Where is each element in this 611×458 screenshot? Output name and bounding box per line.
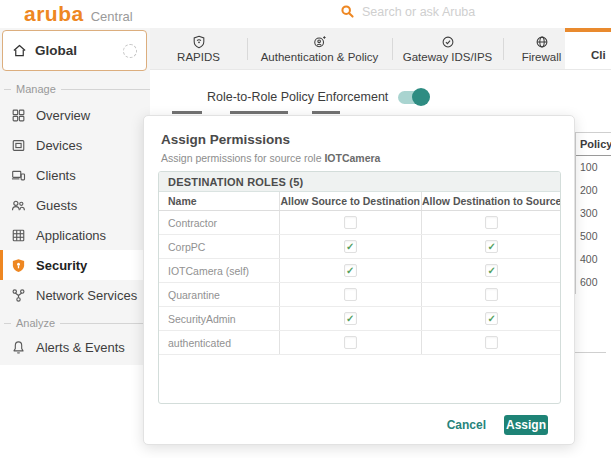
network-services-icon <box>10 287 26 303</box>
context-selector-global[interactable]: Global <box>2 30 147 71</box>
toggle-label: Role-to-Role Policy Enforcement <box>207 90 388 104</box>
security-tabbar: RAPIDS Authentication & Policy Gateway I… <box>150 28 611 70</box>
checkbox-src-to-dst[interactable]: ✓ <box>344 336 357 349</box>
sidebar-section-analyze: Analyze <box>0 316 150 330</box>
global-search[interactable]: Search or ask Aruba <box>340 4 475 19</box>
sidebar-item-label: Applications <box>36 228 106 243</box>
toggle-knob <box>412 88 430 106</box>
check-icon: ✓ <box>488 266 496 276</box>
sidebar-section-manage: Manage <box>0 82 150 96</box>
background-table-divider <box>575 352 606 353</box>
brand: aruba Central <box>24 2 133 26</box>
checkbox-dst-to-src[interactable]: ✓ <box>485 240 498 253</box>
column-header-src-to-dst: Allow Source to Destination <box>279 192 421 210</box>
role-policy-toggle-row: Role-to-Role Policy Enforcement <box>207 90 428 104</box>
sidebar-item-network-services[interactable]: Network Services <box>0 280 150 310</box>
table-row: SecurityAdmin ✓ ✓ <box>159 307 560 331</box>
clients-icon <box>10 167 26 183</box>
policy-value: 400 <box>576 248 611 271</box>
sidebar-item-label: Guests <box>36 198 77 213</box>
column-header-dst-to-src: Allow Destination to Source <box>421 192 562 210</box>
checkbox-src-to-dst[interactable]: ✓ <box>344 240 357 253</box>
destination-roles-table: DESTINATION ROLES (5) Name Allow Source … <box>158 171 561 404</box>
search-placeholder: Search or ask Aruba <box>362 5 475 19</box>
check-icon: ✓ <box>346 242 354 252</box>
checkbox-src-to-dst[interactable]: ✓ <box>344 288 357 301</box>
globe-icon <box>535 35 549 49</box>
modal-title: Assign Permissions <box>161 132 290 147</box>
overview-grid-icon <box>10 107 26 123</box>
tab-gateway-ids-ips[interactable]: Gateway IDS/IPS <box>392 28 503 69</box>
sidebar-item-applications[interactable]: Applications <box>0 220 150 250</box>
checkbox-src-to-dst[interactable]: ✓ <box>344 216 357 229</box>
applications-grid-icon <box>10 227 26 243</box>
sidebar-item-label: Network Services <box>36 288 137 303</box>
modal-footer: Cancel Assign <box>447 415 548 435</box>
assign-button[interactable]: Assign <box>504 415 548 435</box>
sidebar-item-devices[interactable]: Devices <box>0 130 150 160</box>
sidebar: Global Manage Overview Devices <box>0 28 150 365</box>
tab-label: Authentication & Policy <box>261 51 379 63</box>
table-row: CorpPC ✓ ✓ <box>159 235 560 259</box>
tab-client-active[interactable]: Cli <box>565 28 611 69</box>
check-circle-icon <box>441 35 455 49</box>
bell-icon <box>10 339 26 355</box>
sidebar-item-overview[interactable]: Overview <box>0 100 150 130</box>
guests-people-icon <box>10 197 26 213</box>
checkbox-src-to-dst[interactable]: ✓ <box>344 312 357 325</box>
sidebar-item-security[interactable]: Security <box>0 250 150 280</box>
checkbox-dst-to-src[interactable]: ✓ <box>485 312 498 325</box>
obscured-content-fragment <box>172 111 202 114</box>
tab-label: Gateway IDS/IPS <box>403 51 492 63</box>
checkbox-dst-to-src[interactable]: ✓ <box>485 336 498 349</box>
role-name: Quarantine <box>159 289 279 301</box>
policy-column-header: Policy <box>576 133 611 156</box>
checkbox-dst-to-src[interactable]: ✓ <box>485 216 498 229</box>
policy-value: 200 <box>576 179 611 202</box>
sidebar-nav: Overview Devices Clients Guests <box>0 100 150 310</box>
table-header-row: Name Allow Source to Destination Allow D… <box>159 192 560 211</box>
role-name: IOTCamera (self) <box>159 265 279 277</box>
table-row: Quarantine ✓ ✓ <box>159 283 560 307</box>
assign-permissions-modal: Assign Permissions Assign permissions fo… <box>143 115 575 445</box>
context-label: Global <box>35 43 77 58</box>
checkbox-dst-to-src[interactable]: ✓ <box>485 288 498 301</box>
obscured-content-fragment <box>312 111 340 114</box>
role-name: SecurityAdmin <box>159 313 279 325</box>
obscured-content-fragment <box>230 111 288 114</box>
cancel-button[interactable]: Cancel <box>447 418 486 432</box>
sidebar-item-guests[interactable]: Guests <box>0 190 150 220</box>
table-row: Contractor ✓ ✓ <box>159 211 560 235</box>
modal-subtitle: Assign permissions for source role IOTCa… <box>161 152 380 164</box>
policy-value: 500 <box>576 225 611 248</box>
home-icon <box>12 43 27 58</box>
loading-spinner-icon <box>123 44 137 58</box>
checkbox-dst-to-src[interactable]: ✓ <box>485 264 498 277</box>
source-role-name: IOTCamera <box>324 152 380 164</box>
sidebar-item-alerts-events[interactable]: Alerts & Events <box>0 332 150 362</box>
tab-label: Cli <box>565 49 606 69</box>
tab-authentication-policy[interactable]: Authentication & Policy <box>247 28 392 69</box>
checkbox-src-to-dst[interactable]: ✓ <box>344 264 357 277</box>
policy-enforcement-toggle[interactable] <box>398 91 428 104</box>
role-name: authenticated <box>159 337 279 349</box>
background-policy-column: Policy 100 200 300 500 400 600 <box>575 132 611 294</box>
column-header-name: Name <box>159 195 279 207</box>
tab-rapids[interactable]: RAPIDS <box>150 28 247 69</box>
tab-label: RAPIDS <box>177 51 220 63</box>
sidebar-item-label: Security <box>36 258 87 273</box>
sidebar-item-clients[interactable]: Clients <box>0 160 150 190</box>
role-name: Contractor <box>159 217 279 229</box>
role-name: CorpPC <box>159 241 279 253</box>
check-icon: ✓ <box>488 242 496 252</box>
policy-value: 600 <box>576 271 611 294</box>
tab-label: Firewall <box>522 51 562 63</box>
aruba-logo: aruba <box>24 2 84 26</box>
search-icon <box>340 4 355 19</box>
app-window: aruba Central Search or ask Aruba Global… <box>0 0 611 458</box>
top-header: aruba Central Search or ask Aruba <box>0 0 611 28</box>
table-row: authenticated ✓ ✓ <box>159 331 560 355</box>
policy-value: 300 <box>576 202 611 225</box>
rapids-shield-icon <box>192 35 206 49</box>
sidebar-item-label: Overview <box>36 108 90 123</box>
